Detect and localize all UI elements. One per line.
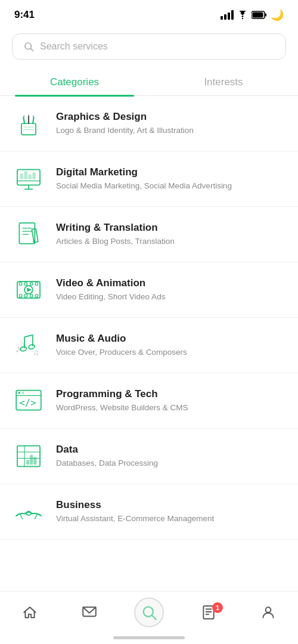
tabs: Categories Interests [0, 68, 298, 96]
category-item-video-animation[interactable]: Video & Animation Video Editing, Short V… [0, 262, 298, 318]
svg-point-52 [22, 392, 24, 394]
svg-rect-3 [253, 13, 263, 18]
status-icons: 🌙 [221, 8, 284, 21]
svg-marker-40 [27, 288, 32, 292]
data-title: Data [56, 444, 286, 456]
svg-point-51 [18, 392, 20, 394]
svg-rect-2 [265, 14, 267, 17]
search-container: Search services [0, 26, 298, 68]
music-audio-icon: ♪ ♪ ♫ [12, 329, 45, 362]
business-text: Business Virtual Assistant, E-Commerce M… [56, 499, 286, 525]
signal-icon [221, 10, 234, 20]
music-audio-title: Music & Audio [56, 333, 286, 345]
video-animation-subtitle: Video Editing, Short Video Ads [56, 292, 286, 303]
tab-interests[interactable]: Interests [149, 68, 298, 95]
status-bar: 9:41 🌙 [0, 0, 298, 26]
category-item-business[interactable]: Business Virtual Assistant, E-Commerce M… [0, 484, 298, 540]
category-item-writing-translation[interactable]: Writing & Translation Articles & Blog Po… [0, 207, 298, 262]
business-icon [12, 495, 45, 528]
video-animation-text: Video & Animation Video Editing, Short V… [56, 277, 286, 303]
graphics-design-text: Graphics & Design Logo & Brand Identity,… [56, 111, 286, 137]
nav-messages[interactable] [72, 605, 107, 620]
data-text: Data Databases, Data Processing [56, 444, 286, 469]
svg-rect-36 [24, 295, 27, 297]
business-title: Business [56, 499, 286, 511]
category-item-digital-marketing[interactable]: Digital Marketing Social Media Marketing… [0, 151, 298, 207]
music-audio-text: Music & Audio Voice Over, Producers & Co… [56, 333, 286, 358]
orders-badge: 1 [212, 602, 223, 613]
status-time: 9:41 [14, 9, 35, 21]
svg-line-62 [35, 515, 36, 519]
svg-rect-31 [19, 283, 21, 285]
svg-line-5 [30, 48, 33, 51]
digital-marketing-subtitle: Social Media Marketing, Social Media Adv… [56, 181, 286, 192]
svg-line-65 [152, 615, 156, 619]
messages-icon [82, 605, 97, 620]
digital-marketing-title: Digital Marketing [56, 166, 286, 178]
svg-rect-6 [21, 123, 36, 135]
nav-home[interactable] [12, 605, 48, 620]
digital-marketing-text: Digital Marketing Social Media Marketing… [56, 166, 286, 192]
svg-rect-37 [30, 295, 33, 297]
battery-icon [252, 11, 267, 19]
search-icon [23, 41, 34, 52]
search-bar[interactable]: Search services [12, 33, 286, 60]
svg-rect-60 [34, 457, 36, 465]
svg-marker-12 [33, 114, 34, 117]
search-placeholder: Search services [40, 41, 108, 52]
svg-rect-22 [29, 175, 31, 179]
svg-text:♪: ♪ [15, 342, 21, 355]
tab-categories[interactable]: Categories [0, 68, 149, 95]
programming-tech-title: Programming & Tech [56, 388, 286, 400]
writing-translation-title: Writing & Translation [56, 222, 286, 234]
category-item-music-audio[interactable]: ♪ ♪ ♫ Music & Audio Voice Over, Producer… [0, 318, 298, 373]
graphics-design-title: Graphics & Design [56, 111, 286, 123]
moon-icon: 🌙 [271, 8, 284, 21]
data-icon [12, 439, 45, 473]
svg-rect-58 [27, 460, 29, 465]
svg-rect-59 [30, 455, 33, 465]
svg-line-7 [23, 117, 24, 123]
svg-marker-10 [23, 114, 24, 117]
svg-point-70 [266, 607, 271, 612]
programming-tech-text: Programming & Tech WordPress, Website Bu… [56, 388, 286, 414]
search-nav-icon [141, 604, 157, 621]
svg-rect-35 [19, 295, 21, 297]
svg-rect-38 [35, 295, 38, 297]
nav-search[interactable] [131, 597, 167, 627]
video-animation-icon [12, 273, 45, 306]
graphics-design-subtitle: Logo & Brand Identity, Art & Illustratio… [56, 125, 286, 137]
wifi-icon [237, 11, 248, 19]
svg-marker-11 [28, 114, 29, 116]
digital-marketing-icon [12, 162, 45, 196]
home-indicator [113, 636, 185, 639]
svg-line-9 [33, 117, 34, 123]
category-item-graphics-design[interactable]: Graphics & Design Logo & Brand Identity,… [0, 96, 298, 151]
data-subtitle: Databases, Data Processing [56, 458, 286, 469]
svg-line-42 [24, 335, 33, 337]
svg-rect-34 [35, 283, 38, 285]
music-audio-subtitle: Voice Over, Producers & Composers [56, 347, 286, 358]
svg-text:</>: </> [19, 398, 36, 408]
svg-rect-20 [20, 174, 23, 179]
nav-orders[interactable]: 1 [191, 605, 226, 620]
svg-rect-21 [24, 172, 27, 179]
home-icon [22, 605, 38, 620]
video-animation-title: Video & Animation [56, 277, 286, 289]
writing-translation-text: Writing & Translation Articles & Blog Po… [56, 222, 286, 247]
graphics-design-icon [12, 107, 45, 140]
category-list: Graphics & Design Logo & Brand Identity,… [0, 96, 298, 540]
svg-rect-33 [30, 283, 33, 285]
nav-profile[interactable] [250, 605, 286, 620]
category-item-data[interactable]: Data Databases, Data Processing [0, 429, 298, 484]
writing-translation-icon [12, 218, 45, 251]
profile-icon [260, 605, 276, 620]
svg-line-61 [20, 515, 22, 519]
business-subtitle: Virtual Assistant, E-Commerce Management [56, 513, 286, 525]
svg-point-0 [242, 18, 243, 19]
search-circle [134, 597, 164, 627]
svg-rect-32 [24, 283, 27, 285]
programming-tech-icon: </> [12, 384, 45, 417]
category-item-programming-tech[interactable]: </> Programming & Tech WordPress, Websit… [0, 373, 298, 429]
svg-text:♫: ♫ [33, 348, 39, 357]
